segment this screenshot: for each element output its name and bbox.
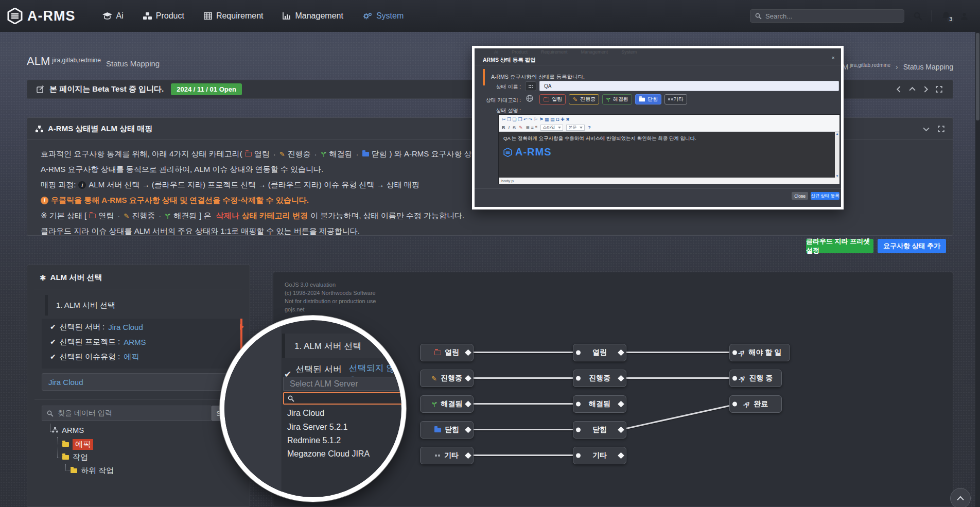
gojs-watermark: GoJS 3.0 evaluation (c) 1998-2024 Northw… (285, 281, 376, 313)
menu-item-system[interactable]: System (363, 11, 404, 21)
node-jira-inprogress[interactable]: ≫ 진행 중 (729, 370, 782, 387)
list-icons[interactable]: ≣ ≡ ❝ (526, 125, 538, 130)
menu-item-management[interactable]: Management (283, 11, 343, 21)
etc-dash-icon (435, 454, 437, 457)
brand-name: A-RMS (27, 8, 76, 24)
folder-icon (71, 468, 77, 473)
link-etc[interactable] (468, 454, 577, 456)
port-circle (732, 376, 737, 381)
node-status-open[interactable]: 열림 (573, 344, 626, 361)
menu-item-product[interactable]: Product (143, 11, 184, 21)
server-option-jira-server[interactable]: Jira Server 5.2.1 (287, 423, 347, 432)
editor-path-bar[interactable]: body p (499, 178, 839, 184)
category-open-button[interactable]: 열림 (539, 94, 566, 104)
top-navbar: A-RMS Ai Product Requirement Management … (0, 0, 980, 32)
server-select-dropdown[interactable]: Jira Cloud (42, 373, 242, 391)
link-closed[interactable] (468, 429, 577, 430)
link-resolved[interactable] (468, 403, 577, 405)
magnified-search-input[interactable] (283, 392, 406, 405)
category-etc-button[interactable]: 기타 (664, 94, 687, 104)
node-status-closed[interactable]: 닫힘 (573, 421, 626, 439)
grid-dots-icon-button[interactable] (525, 81, 536, 91)
toolbar-row-2[interactable]: B I S ✎ ≣ ≡ ❝ 스타일 본문 ? (499, 123, 839, 131)
node-jira-todo[interactable]: ≫ 해야 할 일 (729, 344, 790, 361)
node-arms-progress[interactable]: ✎ 진행중 (420, 370, 474, 387)
scroll-to-top-button[interactable] (950, 488, 971, 507)
chevron-right-icon[interactable] (922, 86, 929, 93)
menu-item-ai[interactable]: Ai (102, 11, 124, 21)
editor-content[interactable]: QA 는 정확하게 요구사항을 수용하여 서비스에 반영되었는지 확인하는 최종… (499, 132, 839, 178)
style-select[interactable]: 스타일 (540, 125, 563, 131)
link-progress-inprogress[interactable] (621, 377, 733, 379)
selected-server-value[interactable]: Jira Cloud (108, 323, 143, 331)
text-color-icon[interactable]: ✎ (519, 125, 523, 130)
node-arms-open[interactable]: 열림 (420, 344, 474, 361)
fullscreen-icon[interactable] (938, 126, 944, 132)
scrollbar-thumb[interactable] (976, 33, 979, 120)
modal-submit-button[interactable]: 신규 상태 등록 (811, 192, 839, 200)
toolbar-icons: ✂ ❐ ❏ ❒ ↶ ↷ ⚐ ⚑ ▦ ▤ Ω ✚ ✖ (502, 117, 570, 122)
link-open[interactable] (468, 352, 577, 353)
node-arms-resolved[interactable]: 해결됨 (420, 395, 474, 413)
tree-node-epic[interactable]: 에픽 (62, 439, 93, 450)
format-select[interactable]: 본문 (566, 125, 585, 131)
tree-search-input[interactable]: 찾을 데이터 입력 (42, 406, 212, 421)
link-progress[interactable] (468, 377, 577, 379)
jira-arrows-icon: ≫ (741, 399, 751, 409)
server-option-jira-cloud[interactable]: Jira Cloud (287, 409, 324, 418)
node-jira-done[interactable]: ≫ 완료 (729, 395, 782, 413)
collapse-chevron-icon[interactable] (923, 126, 930, 132)
node-status-resolved[interactable]: 해결됨 (573, 395, 626, 413)
chevron-down-icon (580, 127, 583, 130)
search-input[interactable]: Search... (750, 9, 904, 23)
status-name-label: 상태 이름 : (480, 83, 521, 91)
tree-node-label: 작업 (73, 452, 88, 462)
node-arms-etc[interactable]: 기타 (420, 447, 474, 464)
toolbar-row-1[interactable]: ✂ ❐ ❏ ❒ ↶ ↷ ⚐ ⚑ ▦ ▤ Ω ✚ ✖ (499, 115, 839, 123)
category-resolved-button[interactable]: 해결됨 (602, 94, 632, 104)
chevron-left-icon[interactable] (896, 86, 902, 93)
menu-item-requirement[interactable]: Requirement (204, 11, 264, 21)
breadcrumb-current: Status Mapping (903, 63, 953, 71)
beta-date-badge: 2024 / 11 / 01 Open (171, 83, 242, 95)
node-status-etc[interactable]: 기타 (573, 447, 626, 464)
chevron-up-icon[interactable] (909, 86, 916, 93)
seedling-icon (606, 97, 611, 102)
selected-issue-value[interactable]: 에픽 (124, 352, 139, 362)
category-closed-button[interactable]: 닫힘 (635, 94, 661, 104)
graduation-cap-icon (102, 12, 112, 20)
server-option-megazone[interactable]: Megazone Cloud JIRA (287, 449, 370, 459)
page-scrollbar[interactable] (975, 32, 980, 507)
server-option-redmine[interactable]: Redmine 5.1.2 (287, 436, 341, 445)
user-profile-icon[interactable] (960, 12, 969, 21)
app-logo[interactable]: A-RMS (7, 8, 76, 24)
tree-node-task[interactable]: 작업 (62, 452, 88, 462)
link-open-todo[interactable] (621, 352, 733, 353)
category-button-group: 열림 ✎ 진행중 해결됨 닫힘 기타 (539, 94, 687, 104)
bold-icon[interactable]: B (502, 125, 505, 130)
add-status-button[interactable]: 요구사항 상태 추가 (878, 239, 946, 253)
selected-project-value[interactable]: ARMS (124, 338, 146, 346)
globe-icon (526, 95, 533, 102)
editor-scrollbar[interactable]: ▲▼ (835, 132, 839, 178)
editor-text: QA 는 정확하게 요구사항을 수용하여 서비스에 반영되었는지 확인하는 최종… (503, 135, 835, 142)
italic-icon[interactable]: I (509, 125, 510, 130)
editor-toolbar: ✂ ❐ ❏ ❒ ↶ ↷ ⚐ ⚑ ▦ ▤ Ω ✚ ✖ B I S ✎ ≣ ≡ ❝ … (499, 115, 839, 132)
modal-title: ARMS 상태 등록 팝업 (483, 57, 536, 64)
tree-root-node[interactable]: ARMS (52, 426, 84, 434)
category-progress-button[interactable]: ✎ 진행중 (569, 94, 599, 104)
node-status-progress[interactable]: 진행중 (573, 370, 626, 387)
tree-node-subtask[interactable]: 하위 작업 (71, 466, 114, 476)
status-name-input[interactable]: QA (539, 81, 839, 91)
strike-icon[interactable]: S (513, 125, 516, 130)
close-icon[interactable]: × (832, 55, 835, 61)
magnified-server-dropdown[interactable]: Select ALM Server (283, 377, 406, 391)
modal-close-button[interactable]: Close (792, 192, 808, 200)
jira-preset-button[interactable]: 클라우드 지라 프리셋 설정 (806, 239, 873, 253)
expand-icon[interactable] (936, 86, 942, 93)
notifications-bell-icon[interactable]: 3 (941, 11, 951, 21)
modal-ghost-navbar: AiProduct RequirementManagement System (494, 49, 637, 55)
help-icon[interactable]: ? (588, 125, 591, 130)
node-arms-closed[interactable]: 닫힘 (420, 421, 474, 439)
search-icon-secondary[interactable] (914, 12, 922, 21)
